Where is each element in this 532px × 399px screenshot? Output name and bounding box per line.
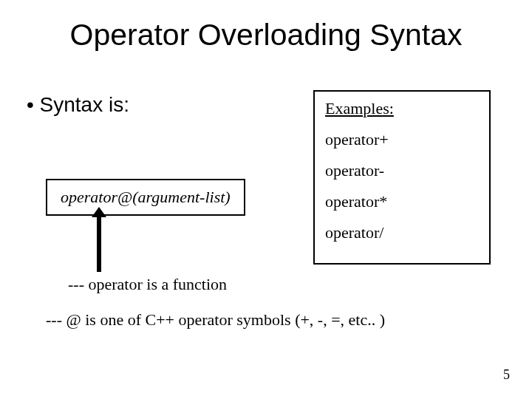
arrow-up-icon (97, 216, 101, 272)
example-item: operator/ (325, 223, 479, 242)
slide: Operator Overloading Syntax Syntax is: o… (0, 0, 532, 399)
page-number: 5 (503, 367, 510, 383)
slide-title: Operator Overloading Syntax (0, 18, 532, 52)
examples-header: Examples: (325, 99, 479, 118)
example-item: operator* (325, 192, 479, 211)
bullet-syntax-is: Syntax is: (27, 93, 129, 117)
example-item: operator+ (325, 130, 479, 149)
syntax-definition-box: operator@(argument-list) (46, 179, 245, 216)
syntax-definition-text: operator@(argument-list) (61, 188, 231, 207)
note-at-symbol-explanation: --- @ is one of C++ operator symbols (+,… (46, 310, 385, 330)
examples-box: Examples: operator+ operator- operator* … (313, 90, 491, 265)
example-item: operator- (325, 161, 479, 180)
note-operator-is-function: --- operator is a function (68, 275, 227, 294)
